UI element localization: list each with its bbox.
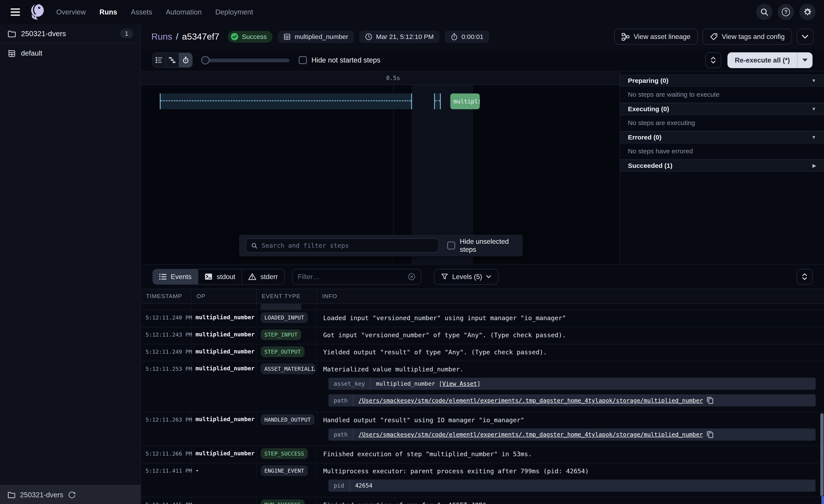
log-row[interactable]: 5:12:11.263 PMmultiplied_numberHANDLED_O… [141, 412, 824, 446]
waterfall-view-icon[interactable] [166, 53, 179, 67]
start-time-chip: Mar 21, 5:12:10 PM [359, 30, 439, 43]
hide-not-started-checkbox[interactable]: Hide not started steps [299, 56, 380, 64]
levels-dropdown[interactable]: Levels (5) [434, 269, 498, 285]
nav-item-assets[interactable]: Assets [131, 8, 152, 16]
chevron-down-icon [486, 275, 491, 278]
event-type-badge: ENGINE_EVENT [261, 465, 308, 476]
expand-logs-button[interactable] [797, 269, 813, 285]
status-section-header[interactable]: Preparing (0)▼ [620, 75, 824, 87]
event-message: Finished execution of step "multiplied_n… [323, 450, 817, 458]
reexecute-split-button: Re-execute all (*) [727, 52, 813, 68]
event-op: - [191, 497, 256, 504]
event-metadata-asset_key: asset_keymultiplied_number[View Asset] [328, 378, 816, 390]
reexecute-all-button[interactable]: Re-execute all (*) [727, 52, 797, 68]
menu-icon[interactable] [8, 5, 22, 19]
top-nav: OverviewRunsAssetsAutomationDeployment ? [0, 0, 824, 24]
log-filter-input[interactable] [298, 273, 404, 281]
view-asset-lineage-button[interactable]: View asset lineage [614, 29, 698, 44]
log-table-header: TIMESTAMP OP EVENT TYPE INFO [141, 289, 824, 304]
gantt-timeline-axis: 0.5s [141, 72, 620, 85]
event-message: Yielded output "result" of type "Any". (… [323, 349, 817, 356]
checkbox-icon [299, 56, 307, 64]
chevron-down-icon [802, 35, 808, 39]
status-section-header[interactable]: Succeeded (1)▶ [620, 160, 824, 172]
hide-unselected-checkbox[interactable]: Hide unselected steps [447, 238, 517, 254]
event-message: Handled output "result" using IO manager… [323, 416, 817, 424]
tab-stderr[interactable]: stderr [242, 269, 284, 284]
refresh-icon[interactable] [68, 491, 76, 499]
copy-icon[interactable] [707, 397, 714, 404]
nav-item-deployment[interactable]: Deployment [215, 8, 253, 16]
log-filter-field[interactable] [292, 269, 421, 285]
status-section-header[interactable]: Executing (0)▼ [620, 103, 824, 115]
path-link[interactable]: /Users/smackesey/stm/code/elementl/exper… [358, 431, 703, 438]
run-actions-menu-button[interactable] [797, 29, 814, 44]
event-message: Loaded input "versioned_number" using in… [323, 314, 817, 322]
duration-chip: 0:00:01 [445, 30, 489, 43]
tag-icon [710, 33, 717, 41]
nav-item-runs[interactable]: Runs [99, 8, 117, 16]
check-circle-icon [230, 32, 239, 41]
scrollbar-corner [821, 496, 824, 504]
status-section-message: No steps are waiting to execute [620, 87, 824, 103]
log-row[interactable]: 5:12:11.253 PMmultiplied_numberASSET_MAT… [141, 361, 824, 412]
event-op: multiplied_number [191, 310, 256, 325]
scrollbar-thumb[interactable] [820, 413, 824, 496]
dagster-logo-icon[interactable] [27, 2, 47, 22]
event-op: multiplied_number [191, 361, 256, 376]
event-timestamp: 5:12:11.240 PM [141, 310, 191, 325]
event-metadata-path: path/Users/smackesey/stm/code/elementl/e… [328, 394, 816, 406]
col-info: INFO [317, 289, 824, 303]
warning-icon [248, 273, 256, 280]
event-message: Materialized value multiplied_number. [323, 366, 817, 373]
event-info: Got input "versioned_number" of type "An… [317, 327, 824, 343]
col-event-type: EVENT TYPE [256, 289, 317, 303]
gear-icon[interactable] [799, 4, 816, 20]
view-asset-link[interactable]: View Asset [442, 380, 477, 387]
asset-tag-chip[interactable]: multiplied_number [278, 30, 354, 43]
event-type-badge: STEP_OUTPUT [261, 346, 305, 357]
log-row[interactable]: 5:12:11.266 PMmultiplied_numberSTEP_SUCC… [141, 446, 824, 463]
caret-right-icon: ▶ [813, 163, 816, 168]
path-link[interactable]: /Users/smackesey/stm/code/elementl/exper… [358, 397, 703, 404]
reexecute-menu-button[interactable] [797, 52, 812, 68]
event-message: Got input "versioned_number" of type "An… [323, 332, 817, 339]
log-row[interactable]: 5:12:11.249 PMmultiplied_numberSTEP_OUTP… [141, 344, 824, 361]
log-row[interactable]: 5:12:11.243 PMmultiplied_numberSTEP_INPU… [141, 327, 824, 344]
gantt-toolbar: Hide not started steps Re-execute all (*… [141, 49, 824, 72]
gantt-step-box[interactable]: multipli… [450, 94, 480, 109]
tab-stdout[interactable]: stdout [198, 269, 242, 284]
slider-knob[interactable] [201, 56, 210, 65]
gantt-zoom-slider[interactable] [202, 55, 290, 65]
status-section-header[interactable]: Errored (0)▼ [620, 131, 824, 143]
sidebar-item-asset-group[interactable]: default [0, 43, 140, 63]
clear-filter-icon[interactable] [408, 273, 415, 280]
col-op: OP [191, 289, 256, 303]
sidebar-item-repo[interactable]: 250321-dvers 1 [0, 24, 140, 44]
gantt-chart: 0.5s multipli… [141, 72, 620, 264]
flat-view-icon[interactable] [153, 53, 166, 67]
asset-group-icon [7, 49, 16, 57]
log-row[interactable]: 5:12:11.415 PM-RUN_SUCCESSFinished execu… [141, 497, 824, 504]
nav-item-automation[interactable]: Automation [166, 8, 202, 16]
step-search-input[interactable] [262, 242, 433, 249]
step-search-field[interactable] [245, 238, 439, 253]
log-row[interactable]: 5:12:11.240 PMmultiplied_numberLOADED_IN… [141, 310, 824, 327]
breadcrumb-runs-link[interactable]: Runs [151, 31, 172, 42]
event-timestamp: 5:12:11.243 PM [141, 327, 191, 342]
event-metadata-pid: pid42654 [328, 480, 816, 492]
copy-icon[interactable] [707, 431, 714, 438]
expand-gantt-button[interactable] [705, 52, 721, 68]
sidebar-footer-reload[interactable]: 250321-dvers [0, 485, 140, 504]
nav-item-overview[interactable]: Overview [56, 8, 86, 16]
event-type-badge: RUN_SUCCESS [261, 499, 305, 504]
view-tags-and-config-button[interactable]: View tags and config [703, 29, 792, 44]
tab-events[interactable]: Events [153, 269, 198, 284]
left-sidebar: 250321-dvers 1 default 250321-dvers [0, 24, 141, 504]
event-info: Handled output "result" using IO manager… [317, 412, 824, 446]
duration-view-icon[interactable] [179, 53, 192, 67]
gantt-section: 0.5s multipli… [141, 72, 824, 265]
help-icon[interactable]: ? [778, 4, 794, 20]
search-icon[interactable] [756, 4, 772, 20]
log-row[interactable]: 5:12:11.411 PM-ENGINE_EVENTMultiprocess … [141, 463, 824, 497]
